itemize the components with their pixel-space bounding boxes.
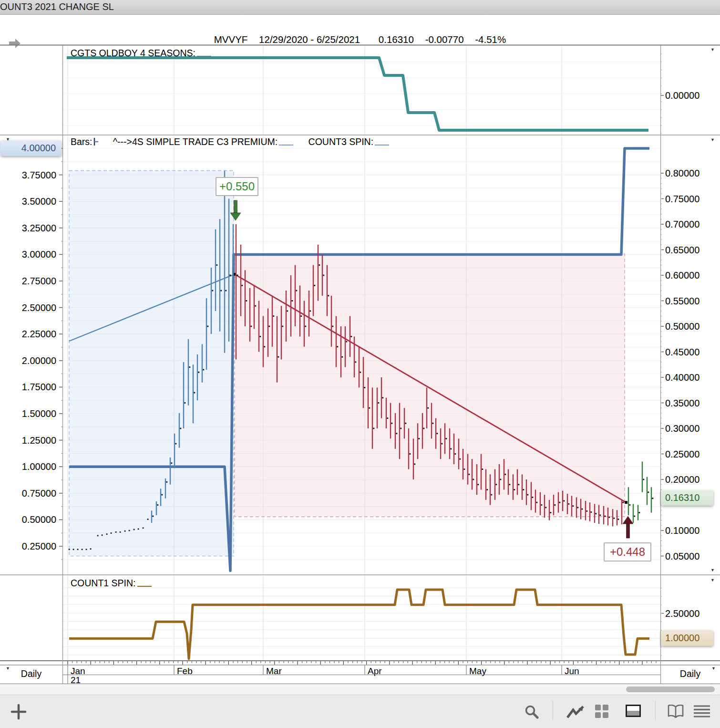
left-axis-label: 2.75000 [0,276,56,287]
last-price-badge: 0.16310 [661,490,713,506]
month-label: Jun [565,666,579,676]
left-axis-label: 0.50000 [0,514,56,525]
top-pane-menu-icon[interactable]: ▼ [710,48,715,52]
bottom-pane-axis-label: 2.50000 [665,608,699,619]
top-pane-axis-label: 0.00000 [665,90,699,101]
list-menu-icon[interactable] [694,705,710,719]
right-axis-label: 0.10000 [665,525,699,536]
toolbar-separator [553,701,553,720]
right-axis-label: 0.55000 [665,296,699,307]
left-axis-label: 0.75000 [0,488,56,499]
library-book-icon[interactable] [668,705,684,720]
left-axis-label: 0.25000 [0,541,56,552]
count3-underline [375,145,389,146]
bottom-toolbar [0,695,720,728]
left-axis-label: 1.50000 [0,408,56,419]
right-axis-label: 0.35000 [665,398,699,409]
indicator-label-count1-spin[interactable]: COUNT1 SPIN: [71,578,152,589]
region-long-phase [69,171,234,556]
step-line-value-badge: 4.00000 [0,140,62,156]
charting-app-window: OUNT3 2021 CHANGE SL MVVYF 12/29/2020 - … [0,0,720,728]
panel-layout-icon[interactable] [626,705,641,719]
right-axis-label: 0.30000 [665,423,699,434]
month-label: Apr [368,666,382,676]
add-icon[interactable] [10,704,27,722]
price-bars-recent [628,462,653,523]
count1-underline [137,586,152,587]
left-axis-menu-icon[interactable]: ▼ [6,137,10,142]
chart-canvas[interactable] [0,0,720,695]
count1-value-badge: 1.00000 [661,630,713,646]
main-pane-bottom-menu-icon[interactable]: ▼ [710,568,715,572]
right-axis-label: 0.60000 [665,270,699,281]
toolbar-separator [655,701,656,720]
left-axis-label: 3.50000 [0,196,56,207]
right-axis-label: 0.45000 [665,347,699,358]
annotation-sell-gain: +0.550 [216,177,258,196]
left-axis-label: 2.25000 [0,329,56,340]
indicator-label-premium[interactable]: ^--->4S SIMPLE TRADE C3 PREMIUM: [113,136,278,147]
indicator-label-count3-spin[interactable]: COUNT3 SPIN: [309,136,374,147]
month-label: Mar [266,666,282,676]
month-label: May [469,666,486,676]
left-axis-label: 2.50000 [0,302,56,313]
bars-style-label[interactable]: Bars: [71,136,93,147]
left-axis-label: 1.75000 [0,382,56,393]
right-axis-label: 0.50000 [665,321,699,332]
right-axis-label: 0.40000 [665,372,699,383]
indicator-label-oldboy[interactable]: CGTS OLDBOY 4 SEASONS: [71,48,211,59]
right-axis-label: 0.65000 [665,245,699,256]
scrollbar-thumb[interactable] [626,686,715,692]
search-icon[interactable] [525,705,539,721]
count1-spin-line [69,590,649,659]
region-short-phase [235,254,625,517]
left-axis-label: 1.25000 [0,435,56,446]
trend-endpoint-marker [625,501,627,504]
left-axis-label: 3.75000 [0,170,56,181]
trendline-tool-icon[interactable] [566,706,585,721]
right-axis-label: 0.70000 [665,219,699,230]
bar-style-glyph-icon [93,137,100,146]
left-axis-label: 3.00000 [0,249,56,260]
right-axis-label: 0.05000 [665,551,699,562]
left-axis-label: 1.00000 [0,461,56,472]
timeframe-right-menu-icon[interactable]: ▼ [711,666,716,671]
left-axis-label: 3.25000 [0,223,56,234]
right-axis-label: 0.80000 [665,168,699,179]
annotation-buy-gain: +0.448 [604,542,651,562]
bottom-pane-menu-icon[interactable]: ▼ [710,578,715,582]
right-axis-label: 0.20000 [665,474,699,485]
layout-grid-icon[interactable] [595,705,608,720]
horizontal-scrollbar[interactable] [0,684,720,695]
left-axis-label: 2.00000 [0,355,56,366]
right-axis-label: 0.75000 [665,194,699,205]
right-axis-label: 0.25000 [665,449,699,460]
month-label: Feb [177,666,193,676]
main-pane-menu-icon[interactable]: ▼ [710,138,715,142]
oldboy-underline [197,56,211,57]
year-label: 21 [71,675,81,686]
timeframe-left-menu-icon[interactable]: ▼ [6,666,10,671]
premium-underline [279,145,293,146]
main-pane-labels: Bars: ^--->4S SIMPLE TRADE C3 PREMIUM: C… [71,136,389,147]
